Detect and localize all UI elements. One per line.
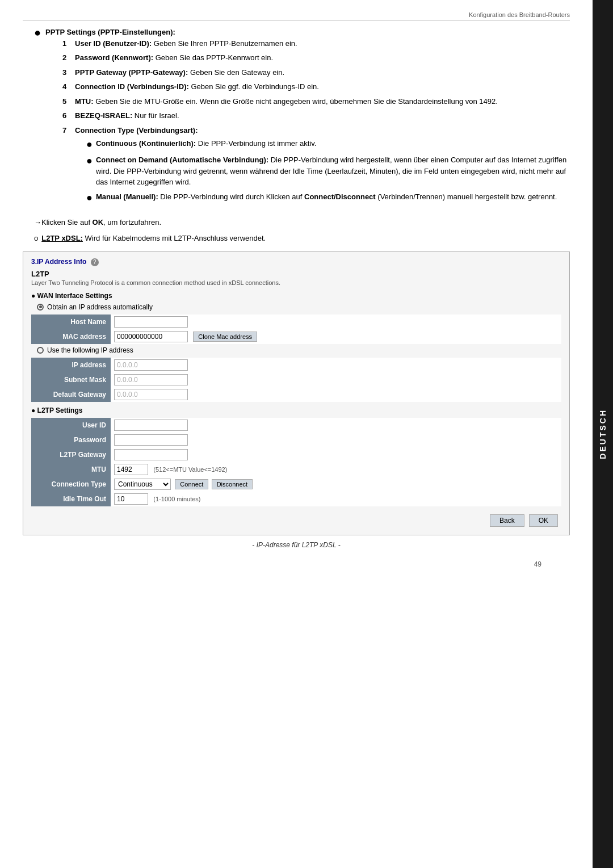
pptp-heading: PPTP Settings (PPTP-Einstellungen): (45, 28, 175, 36)
item-number: 6 (62, 110, 73, 121)
l2tp-gateway-cell (111, 447, 561, 462)
radio-auto-ip[interactable]: Obtain an IP address automatically (37, 303, 561, 311)
sub-bullet-continuous: ● Continuous (Kontinuierlich): Die PPP-V… (86, 138, 570, 151)
mtu-input[interactable] (114, 464, 148, 475)
sub-bullet-manual: ● Manual (Manuell): Die PPP-Verbindung w… (86, 191, 570, 204)
host-name-label: Host Name (31, 315, 111, 329)
connect-button[interactable]: Connect (175, 479, 208, 489)
bullet-dot: ● (34, 26, 41, 39)
form-section: 3.IP Address Info ? L2TP Layer Two Tunne… (23, 251, 570, 535)
sidebar-deutsch: DEUTSCH (593, 0, 613, 868)
table-row: MAC address Clone Mac address (31, 329, 561, 344)
mac-address-input[interactable] (114, 331, 188, 342)
item-text: BEZEQ-ISRAEL: Nur für Israel. (75, 110, 570, 121)
l2tp-gateway-label: L2TP Gateway (31, 447, 111, 462)
default-gateway-input[interactable] (114, 389, 188, 400)
radio-manual-ip[interactable]: Use the following IP address (37, 346, 561, 354)
table-row: L2TP Gateway (31, 447, 561, 462)
table-row: Connection Type Continuous Connect on De… (31, 477, 561, 492)
subnet-mask-input[interactable] (114, 374, 188, 385)
item-text: Connection Type (Verbindungsart): ● Cont… (75, 125, 570, 208)
wan-header: ● WAN Interface Settings (31, 292, 561, 300)
userid-input[interactable] (114, 420, 188, 431)
list-item: 4 Connection ID (Verbindungs-ID): Geben … (62, 81, 570, 93)
ip-address-input[interactable] (114, 359, 188, 371)
table-row: IP address (31, 358, 561, 372)
table-row: Password (31, 433, 561, 447)
item-text: User ID (Benutzer-ID): Geben Sie Ihren P… (75, 38, 570, 49)
list-item: 1 User ID (Benutzer-ID): Geben Sie Ihren… (62, 38, 570, 49)
l2tp-settings-table: User ID Password L2TP Gateway (31, 418, 561, 506)
l2tp-desc: Layer Two Tunneling Protocol is a common… (31, 279, 561, 286)
clone-mac-button[interactable]: Clone Mac address (193, 332, 257, 342)
disconnect-button[interactable]: Disconnect (212, 479, 253, 489)
table-row: MTU (512<=MTU Value<=1492) (31, 462, 561, 477)
back-button[interactable]: Back (490, 514, 524, 527)
sub-bullet-text: Manual (Manuell): Die PPP-Verbindung wir… (96, 191, 570, 203)
default-gateway-label: Default Gateway (31, 387, 111, 402)
list-item: 6 BEZEQ-ISRAEL: Nur für Israel. (62, 110, 570, 121)
item-number: 7 (62, 125, 73, 208)
mac-address-label: MAC address (31, 329, 111, 344)
item-number: 5 (62, 96, 73, 107)
help-icon[interactable]: ? (91, 258, 99, 266)
l2tp-text: Wird für Kabelmodems mit L2TP-Anschluss … (83, 234, 266, 242)
circle-bullet: o (34, 234, 38, 242)
password-cell (111, 433, 561, 447)
subnet-mask-label: Subnet Mask (31, 372, 111, 387)
sub-bullet-dot: ● (86, 138, 93, 151)
item-number: 2 (62, 52, 73, 64)
manual-ip-table: IP address Subnet Mask Default Gateway (31, 358, 561, 402)
caption: - IP-Adresse für L2TP xDSL - (23, 541, 570, 549)
ip-address-label: IP address (31, 358, 111, 372)
section-title: 3.IP Address Info ? (31, 258, 561, 266)
table-row: Default Gateway (31, 387, 561, 402)
ip-address-cell (111, 358, 561, 372)
sub-bullet-dot: ● (86, 154, 93, 167)
header-title: Konfiguration des Breitband-Routers (469, 11, 570, 18)
list-item: 3 PPTP Gateway (PPTP-Gateway): Geben Sie… (62, 67, 570, 78)
table-row: Subnet Mask (31, 372, 561, 387)
item-number: 1 (62, 38, 73, 49)
connection-type-select[interactable]: Continuous Connect on Demand Manual (114, 479, 171, 490)
l2tp-gateway-input[interactable] (114, 449, 188, 460)
table-row: User ID (31, 418, 561, 433)
password-label: Password (31, 433, 111, 447)
host-name-input[interactable] (114, 316, 188, 328)
sub-bullet-text: Continuous (Kontinuierlich): Die PPP-Ver… (96, 138, 570, 149)
item-text: Password (Kennwort): Geben Sie das PPTP-… (75, 52, 570, 64)
idle-note: (1-1000 minutes) (153, 496, 200, 502)
host-name-cell (111, 315, 561, 329)
l2tp-bullet-text: L2TP xDSL: Wird für Kabelmodems mit L2TP… (41, 234, 266, 242)
userid-cell (111, 418, 561, 433)
l2tp-bullet: o L2TP xDSL: Wird für Kabelmodems mit L2… (34, 234, 570, 242)
connection-type-label: Connection Type (31, 477, 111, 492)
idle-timeout-cell: (1-1000 minutes) (111, 492, 561, 506)
list-item: 7 Connection Type (Verbindungsart): ● Co… (62, 125, 570, 208)
page-number: 49 (23, 560, 570, 568)
click-ok-line: →Klicken Sie auf OK, um fortzufahren. (34, 217, 570, 228)
l2tp-title: L2TP (31, 270, 561, 278)
l2tp-settings-header: ● L2TP Settings (31, 406, 561, 414)
auto-ip-table: Host Name MAC address Clone Mac address (31, 315, 561, 344)
item-number: 4 (62, 81, 73, 93)
radio-manual-icon[interactable] (37, 347, 44, 354)
radio-manual-label: Use the following IP address (47, 346, 133, 354)
idle-timeout-label: Idle Time Out (31, 492, 111, 506)
ok-button[interactable]: OK (529, 514, 558, 527)
default-gateway-cell (111, 387, 561, 402)
page-header: Konfiguration des Breitband-Routers (23, 11, 570, 21)
radio-auto-icon[interactable] (37, 304, 44, 311)
list-item: 2 Password (Kennwort): Geben Sie das PPT… (62, 52, 570, 64)
radio-auto-label: Obtain an IP address automatically (47, 303, 153, 311)
table-row: Host Name (31, 315, 561, 329)
idle-timeout-input[interactable] (114, 493, 148, 505)
password-input[interactable] (114, 434, 188, 446)
sub-bullet-connect-demand: ● Connect on Demand (Automatische Verbin… (86, 154, 570, 188)
item-text: Connection ID (Verbindungs-ID): Geben Si… (75, 81, 570, 93)
item-text: PPTP Gateway (PPTP-Gateway): Geben Sie d… (75, 67, 570, 78)
list-item: 5 MTU: Geben Sie die MTU-Größe ein. Wenn… (62, 96, 570, 107)
mtu-note: (512<=MTU Value<=1492) (153, 466, 227, 473)
bottom-nav: Back OK (31, 514, 561, 527)
subnet-mask-cell (111, 372, 561, 387)
